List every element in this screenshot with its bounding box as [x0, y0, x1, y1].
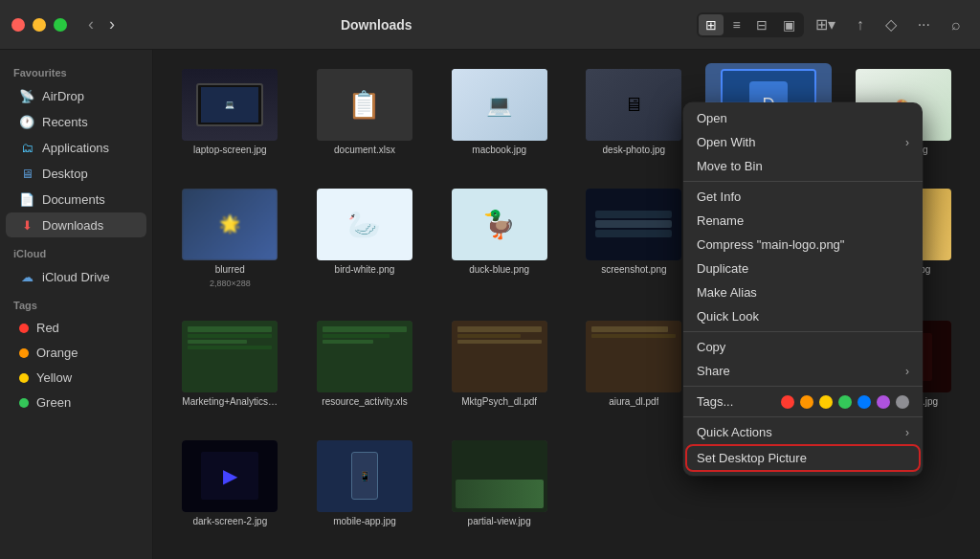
file-thumbnail: 🌟	[182, 189, 278, 260]
column-view-button[interactable]: ⊟	[749, 14, 774, 35]
get-info-menu-item[interactable]: Get Info	[683, 185, 923, 209]
file-thumbnail	[317, 321, 412, 392]
list-item[interactable]: resource_activity.xls	[301, 315, 429, 427]
tags-label: Tags...	[697, 394, 781, 409]
tag-color-red[interactable]	[781, 395, 794, 409]
sidebar-item-recents-label: Recents	[42, 115, 88, 129]
documents-icon: 📄	[19, 191, 34, 207]
list-item[interactable]: 💻 macbook.jpg	[435, 63, 563, 175]
tag-color-orange[interactable]	[800, 395, 813, 409]
group-button[interactable]: ⊞▾	[808, 11, 843, 37]
file-name: resource_activity.xls	[322, 396, 407, 407]
list-item[interactable]: aiura_dl.pdf	[570, 315, 698, 427]
sidebar-item-desktop-label: Desktop	[42, 167, 88, 181]
file-thumbnail	[452, 321, 547, 392]
share-button[interactable]: ↑	[849, 12, 872, 37]
close-button[interactable]	[11, 18, 25, 32]
file-name: blurred	[215, 264, 245, 275]
tag-color-gray[interactable]	[896, 395, 909, 409]
file-thumbnail: 🦢	[317, 189, 412, 260]
separator-1	[683, 181, 923, 182]
sidebar-item-tag-orange[interactable]: Orange	[6, 341, 146, 365]
file-name-secondary: 2,880×288	[210, 279, 251, 288]
sidebar-item-applications[interactable]: 🗂 Applications	[6, 135, 146, 160]
list-item[interactable]: 🌟 blurred 2,880×288	[167, 183, 294, 308]
move-to-bin-menu-item[interactable]: Move to Bin	[683, 154, 923, 178]
quick-look-menu-item[interactable]: Quick Look	[683, 304, 923, 328]
grid-view-button[interactable]: ⊞	[699, 14, 724, 35]
tag-color-yellow[interactable]	[819, 395, 833, 409]
open-with-arrow: ›	[905, 136, 909, 149]
minimize-button[interactable]	[33, 18, 46, 32]
color-dots	[781, 395, 909, 409]
separator-3	[683, 386, 923, 387]
file-name: desk-photo.jpg	[603, 145, 666, 155]
file-thumbnail: 📋	[317, 69, 412, 141]
sidebar-item-tag-green[interactable]: Green	[6, 391, 146, 414]
list-item[interactable]: 💻 laptop-screen.jpg	[167, 63, 294, 175]
list-item[interactable]: Marketing+Analytics.xls	[167, 315, 294, 427]
sidebar-item-recents[interactable]: 🕐 Recents	[6, 109, 146, 134]
sidebar-item-documents-label: Documents	[42, 192, 105, 207]
file-name: dark-screen-2.jpg	[192, 516, 267, 526]
set-desktop-picture-menu-item[interactable]: Set Desktop Picture	[687, 446, 919, 470]
list-item[interactable]: MktgPsych_dl.pdf	[435, 315, 563, 427]
context-menu: Open Open With › Move to Bin Get Info Re…	[683, 102, 923, 476]
list-view-button[interactable]: ≡	[725, 14, 746, 35]
file-thumbnail: 🦆	[452, 189, 547, 260]
search-button[interactable]: ⌕	[944, 12, 969, 37]
sidebar-item-desktop[interactable]: 🖥 Desktop	[6, 161, 146, 186]
list-item[interactable]: partial-view.jpg	[435, 435, 563, 547]
copy-menu-item[interactable]: Copy	[683, 335, 923, 359]
move-to-bin-label: Move to Bin	[697, 159, 909, 173]
sidebar-item-tag-red[interactable]: Red	[6, 316, 146, 340]
make-alias-menu-item[interactable]: Make Alias	[683, 280, 923, 304]
tag-color-green[interactable]	[838, 395, 852, 409]
file-name: screenshot.png	[601, 264, 666, 275]
open-menu-item[interactable]: Open	[683, 106, 923, 130]
list-item[interactable]: screenshot.png	[570, 183, 698, 308]
rename-menu-item[interactable]: Rename	[683, 209, 923, 233]
file-thumbnail	[452, 440, 547, 512]
open-label: Open	[697, 111, 909, 125]
list-item[interactable]: 🖥 desk-photo.jpg	[570, 63, 698, 175]
file-thumbnail: 📱	[317, 440, 412, 512]
file-name: MktgPsych_dl.pdf	[461, 396, 537, 407]
quick-actions-menu-item[interactable]: Quick Actions ›	[683, 420, 923, 444]
list-item[interactable]: 📱 mobile-app.jpg	[301, 435, 429, 547]
tag-yellow-dot	[19, 373, 29, 383]
file-thumbnail	[586, 189, 681, 260]
rename-label: Rename	[697, 213, 909, 228]
tags-menu-item[interactable]: Tags...	[683, 390, 923, 414]
sidebar-item-tag-yellow[interactable]: Yellow	[6, 366, 146, 390]
quick-actions-label: Quick Actions	[697, 425, 905, 439]
tag-color-blue[interactable]	[858, 395, 871, 409]
desktop-icon: 🖥	[19, 166, 34, 181]
file-thumbnail: 💻	[452, 69, 547, 141]
list-item[interactable]: 🦆 duck-blue.png	[435, 183, 563, 308]
duplicate-menu-item[interactable]: Duplicate	[683, 257, 923, 280]
separator-2	[683, 331, 923, 332]
tag-button[interactable]: ◇	[878, 11, 904, 37]
sidebar-item-tag-yellow-label: Yellow	[36, 370, 72, 385]
compress-menu-item[interactable]: Compress "main-logo.png"	[683, 233, 923, 257]
sidebar-item-icloud-drive[interactable]: ☁ iCloud Drive	[6, 264, 146, 289]
sidebar-item-airdrop[interactable]: 📡 AirDrop	[6, 83, 146, 108]
view-switcher: ⊞ ≡ ⊟ ▣	[697, 12, 803, 37]
set-desktop-picture-label: Set Desktop Picture	[697, 451, 909, 465]
file-thumbnail	[182, 321, 278, 392]
open-with-menu-item[interactable]: Open With ›	[683, 130, 923, 154]
file-name: Marketing+Analytics.xls	[182, 396, 278, 407]
share-menu-item[interactable]: Share ›	[683, 359, 923, 383]
sidebar-item-icloud-label: iCloud Drive	[42, 270, 110, 284]
open-with-label: Open With	[697, 135, 905, 149]
sidebar-item-documents[interactable]: 📄 Documents	[6, 187, 146, 212]
gallery-view-button[interactable]: ▣	[776, 14, 802, 35]
list-item[interactable]: 📋 document.xlsx	[301, 63, 429, 175]
list-item[interactable]: ▶ dark-screen-2.jpg	[167, 435, 294, 547]
list-item[interactable]: 🦢 bird-white.png	[301, 183, 429, 308]
more-button[interactable]: ···	[910, 12, 938, 37]
sidebar-item-downloads[interactable]: ⬇ Downloads	[6, 212, 146, 237]
tag-color-purple[interactable]	[877, 395, 890, 409]
file-area: 💻 laptop-screen.jpg 📋 document.xlsx 💻 ma…	[153, 50, 980, 559]
